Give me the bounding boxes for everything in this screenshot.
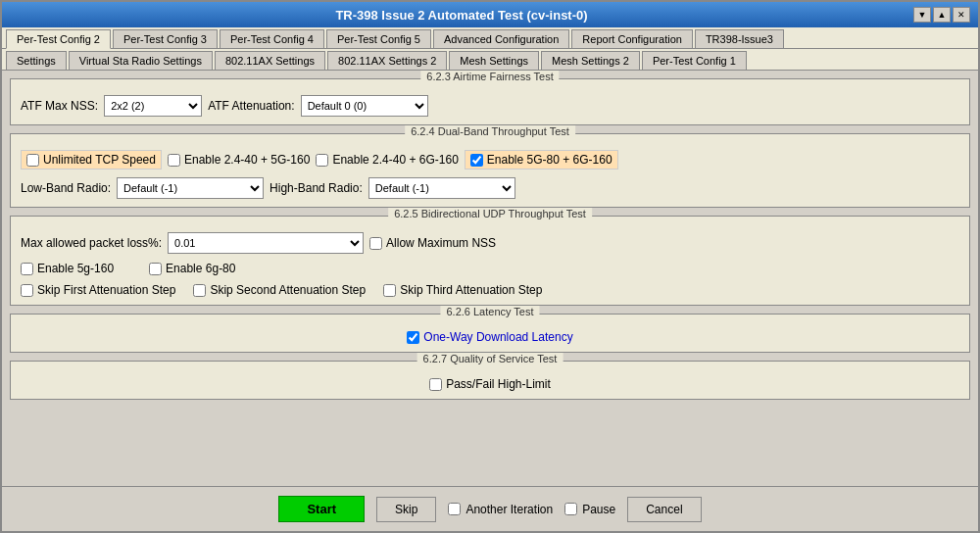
another-iteration-checkbox[interactable] <box>448 503 461 515</box>
section-627-title: 6.2.7 Quality of Service Test <box>417 353 564 364</box>
tab-80211ax-2[interactable]: 802.11AX Settings 2 <box>327 51 447 70</box>
unlimited-tcp-checkbox[interactable] <box>26 154 39 167</box>
section-627: 6.2.7 Quality of Service Test Pass/Fail … <box>10 361 970 400</box>
main-window: TR-398 Issue 2 Automated Test (cv-inst-0… <box>0 0 980 533</box>
section-625-title: 6.2.5 Bidirectional UDP Throughput Test <box>388 208 592 219</box>
enable-5g-6g-group: Enable 5G-80 + 6G-160 <box>465 150 618 170</box>
section-624: 6.2.4 Dual-Band Throughput Test Unlimite… <box>10 133 970 208</box>
enable-24-5g-group: Enable 2.4-40 + 5G-160 <box>168 153 310 167</box>
enable-24-5g-checkbox[interactable] <box>168 154 180 167</box>
section-626: 6.2.6 Latency Test One-Way Download Late… <box>10 314 970 353</box>
tab-report-configuration[interactable]: Report Configuration <box>571 29 693 48</box>
bottom-bar: Start Skip Another Iteration Pause Cance… <box>2 486 978 531</box>
section-623: 6.2.3 Airtime Fairness Test ATF Max NSS:… <box>10 78 970 125</box>
skip-third-checkbox[interactable] <box>383 284 396 297</box>
another-iteration-group: Another Iteration <box>448 503 553 516</box>
tab-mesh-settings[interactable]: Mesh Settings <box>449 51 539 70</box>
start-button[interactable]: Start <box>278 496 365 522</box>
tab-settings[interactable]: Settings <box>6 51 67 70</box>
restore-button[interactable]: ▲ <box>933 7 951 23</box>
pause-checkbox[interactable] <box>564 503 577 515</box>
tab-virtual-sta-radio[interactable]: Virtual Sta Radio Settings <box>69 51 213 70</box>
content-area: 6.2.3 Airtime Fairness Test ATF Max NSS:… <box>2 71 978 486</box>
atf-max-nss-select[interactable]: 2x2 (2) 1x1 (1) 3x3 (3) 4x4 (4) <box>104 95 202 117</box>
enable-5g160-label: Enable 5g-160 <box>37 262 114 275</box>
tab-tr398-issue3[interactable]: TR398-Issue3 <box>695 29 784 48</box>
tab-per-test-config-4[interactable]: Per-Test Config 4 <box>220 29 324 48</box>
pause-group: Pause <box>564 503 615 516</box>
high-band-label: High-Band Radio: <box>270 181 363 195</box>
tab-80211ax[interactable]: 802.11AX Settings <box>215 51 325 70</box>
section-623-title: 6.2.3 Airtime Fairness Test <box>420 71 559 82</box>
pass-fail-group: Pass/Fail High-Limit <box>429 377 551 391</box>
allow-max-nss-label: Allow Maximum NSS <box>386 236 496 250</box>
max-pkt-loss-label: Max allowed packet loss%: <box>21 236 162 250</box>
tabs-row1: Per-Test Config 2 Per-Test Config 3 Per-… <box>2 27 978 49</box>
enable-24-5g-label: Enable 2.4-40 + 5G-160 <box>184 153 310 167</box>
skip-third-label: Skip Third Attenuation Step <box>400 283 542 297</box>
skip-second-group: Skip Second Attenuation Step <box>193 283 366 297</box>
skip-second-checkbox[interactable] <box>193 284 206 297</box>
one-way-dl-checkbox[interactable] <box>407 331 419 344</box>
enable-24-6g-group: Enable 2.4-40 + 6G-160 <box>316 153 458 167</box>
unlimited-tcp-group: Unlimited TCP Speed <box>21 150 162 170</box>
enable-5g160-checkbox[interactable] <box>21 263 33 275</box>
enable-6g80-checkbox[interactable] <box>149 263 162 275</box>
one-way-dl-label: One-Way Download Latency <box>423 330 572 344</box>
max-pkt-loss-select[interactable]: 0.01 0.1 1 5 <box>168 232 364 254</box>
pass-fail-label: Pass/Fail High-Limit <box>446 377 551 391</box>
skip-first-label: Skip First Attenuation Step <box>37 283 175 297</box>
skip-button[interactable]: Skip <box>376 497 436 522</box>
tab-per-test-config-3[interactable]: Per-Test Config 3 <box>113 29 218 48</box>
section-624-title: 6.2.4 Dual-Band Throughput Test <box>405 125 575 137</box>
enable-5g-6g-label: Enable 5G-80 + 6G-160 <box>487 153 612 167</box>
pause-label: Pause <box>582 503 615 516</box>
low-band-label: Low-Band Radio: <box>21 181 111 195</box>
enable-6g80-group: Enable 6g-80 <box>149 262 235 275</box>
tab-mesh-settings-2[interactable]: Mesh Settings 2 <box>541 51 640 70</box>
skip-first-checkbox[interactable] <box>21 284 33 297</box>
atf-attenuation-label: ATF Attenuation: <box>208 99 295 113</box>
unlimited-tcp-label: Unlimited TCP Speed <box>43 153 156 167</box>
tab-per-test-config-1[interactable]: Per-Test Config 1 <box>642 51 747 70</box>
allow-max-nss-checkbox[interactable] <box>369 237 382 250</box>
enable-6g80-label: Enable 6g-80 <box>166 262 235 275</box>
atf-max-nss-label: ATF Max NSS: <box>21 99 98 113</box>
allow-max-nss-group: Allow Maximum NSS <box>369 236 496 250</box>
high-band-select[interactable]: Default (-1) <box>368 177 515 199</box>
section-626-title: 6.2.6 Latency Test <box>440 306 539 317</box>
tab-per-test-config-2[interactable]: Per-Test Config 2 <box>6 29 111 49</box>
cancel-button[interactable]: Cancel <box>627 497 701 522</box>
attenuation-row: Skip First Attenuation Step Skip Second … <box>21 283 959 297</box>
title-bar: TR-398 Issue 2 Automated Test (cv-inst-0… <box>2 2 978 27</box>
enable-5g-6g-checkbox[interactable] <box>470 154 483 167</box>
tabs-row2: Settings Virtual Sta Radio Settings 802.… <box>2 49 978 71</box>
another-iteration-label: Another Iteration <box>466 503 553 516</box>
section-625: 6.2.5 Bidirectional UDP Throughput Test … <box>10 216 970 306</box>
minimize-button[interactable]: ▼ <box>913 7 931 23</box>
close-button[interactable]: ✕ <box>953 7 970 23</box>
tab-per-test-config-5[interactable]: Per-Test Config 5 <box>326 29 431 48</box>
skip-third-group: Skip Third Attenuation Step <box>383 283 542 297</box>
skip-second-label: Skip Second Attenuation Step <box>210 283 366 297</box>
title-controls: ▼ ▲ ✕ <box>913 7 970 23</box>
tab-advanced-configuration[interactable]: Advanced Configuration <box>433 29 569 48</box>
enable-24-6g-checkbox[interactable] <box>316 154 328 167</box>
low-band-select[interactable]: Default (-1) <box>117 177 264 199</box>
window-title: TR-398 Issue 2 Automated Test (cv-inst-0… <box>10 8 913 23</box>
enable-5g160-group: Enable 5g-160 <box>21 262 114 275</box>
pass-fail-checkbox[interactable] <box>429 378 442 391</box>
enable-24-6g-label: Enable 2.4-40 + 6G-160 <box>332 153 458 167</box>
one-way-dl-group: One-Way Download Latency <box>407 330 572 344</box>
atf-attenuation-select[interactable]: Default 0 (0) 10 20 30 <box>301 95 428 117</box>
skip-first-group: Skip First Attenuation Step <box>21 283 175 297</box>
